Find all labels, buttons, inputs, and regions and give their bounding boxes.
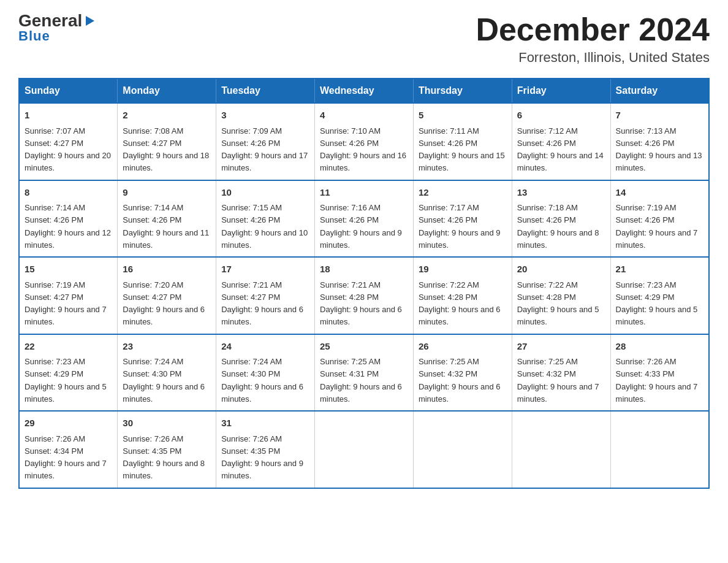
header-wednesday: Wednesday: [315, 79, 414, 103]
day-number: 31: [221, 416, 309, 431]
calendar-cell: 23Sunrise: 7:24 AMSunset: 4:30 PMDayligh…: [118, 334, 216, 412]
calendar-cell: 1Sunrise: 7:07 AMSunset: 4:27 PMDaylight…: [19, 103, 118, 180]
day-info: Sunrise: 7:24 AMSunset: 4:30 PMDaylight:…: [123, 357, 205, 404]
day-number: 8: [25, 186, 112, 200]
header-sunday: Sunday: [19, 79, 118, 103]
day-number: 3: [221, 109, 309, 123]
calendar-cell: [315, 411, 414, 488]
calendar-cell: 22Sunrise: 7:23 AMSunset: 4:29 PMDayligh…: [19, 334, 118, 412]
day-number: 20: [517, 262, 605, 277]
calendar-cell: 16Sunrise: 7:20 AMSunset: 4:27 PMDayligh…: [118, 257, 216, 334]
day-number: 29: [25, 416, 112, 431]
calendar-cell: 21Sunrise: 7:23 AMSunset: 4:29 PMDayligh…: [610, 257, 709, 334]
calendar-cell: 30Sunrise: 7:26 AMSunset: 4:35 PMDayligh…: [118, 411, 216, 488]
calendar-cell: 26Sunrise: 7:25 AMSunset: 4:32 PMDayligh…: [413, 334, 512, 412]
calendar-table: SundayMondayTuesdayWednesdayThursdayFrid…: [18, 78, 710, 489]
day-info: Sunrise: 7:21 AMSunset: 4:27 PMDaylight:…: [221, 280, 303, 327]
subtitle: Forreston, Illinois, United States: [476, 50, 710, 66]
day-info: Sunrise: 7:09 AMSunset: 4:26 PMDaylight:…: [221, 126, 308, 173]
calendar-cell: 25Sunrise: 7:25 AMSunset: 4:31 PMDayligh…: [315, 334, 414, 412]
calendar-week-row: 15Sunrise: 7:19 AMSunset: 4:27 PMDayligh…: [19, 257, 709, 334]
day-info: Sunrise: 7:26 AMSunset: 4:34 PMDaylight:…: [25, 434, 107, 481]
day-number: 14: [616, 186, 703, 200]
day-number: 12: [419, 186, 507, 200]
day-info: Sunrise: 7:11 AMSunset: 4:26 PMDaylight:…: [419, 126, 505, 173]
calendar-cell: 15Sunrise: 7:19 AMSunset: 4:27 PMDayligh…: [19, 257, 118, 334]
day-info: Sunrise: 7:21 AMSunset: 4:28 PMDaylight:…: [320, 280, 402, 327]
day-number: 23: [123, 340, 211, 354]
calendar-week-row: 29Sunrise: 7:26 AMSunset: 4:34 PMDayligh…: [19, 411, 709, 488]
day-info: Sunrise: 7:26 AMSunset: 4:35 PMDaylight:…: [221, 434, 303, 481]
calendar-cell: [413, 411, 512, 488]
day-number: 22: [25, 340, 112, 354]
day-number: 16: [123, 262, 211, 277]
day-info: Sunrise: 7:16 AMSunset: 4:26 PMDaylight:…: [320, 203, 402, 250]
day-info: Sunrise: 7:18 AMSunset: 4:26 PMDaylight:…: [517, 203, 599, 250]
day-info: Sunrise: 7:17 AMSunset: 4:26 PMDaylight:…: [419, 203, 501, 250]
day-number: 9: [123, 186, 211, 200]
main-title: December 2024: [476, 12, 710, 47]
day-number: 15: [25, 262, 112, 277]
calendar-cell: [610, 411, 709, 488]
calendar-cell: [512, 411, 610, 488]
day-number: 28: [616, 340, 703, 354]
day-info: Sunrise: 7:25 AMSunset: 4:32 PMDaylight:…: [517, 357, 599, 404]
day-info: Sunrise: 7:10 AMSunset: 4:26 PMDaylight:…: [320, 126, 406, 173]
calendar-cell: 17Sunrise: 7:21 AMSunset: 4:27 PMDayligh…: [216, 257, 315, 334]
calendar-week-row: 22Sunrise: 7:23 AMSunset: 4:29 PMDayligh…: [19, 334, 709, 412]
header-thursday: Thursday: [413, 79, 512, 103]
day-number: 17: [221, 262, 309, 277]
calendar-cell: 2Sunrise: 7:08 AMSunset: 4:27 PMDaylight…: [118, 103, 216, 180]
day-info: Sunrise: 7:22 AMSunset: 4:28 PMDaylight:…: [517, 280, 599, 327]
day-number: 26: [419, 340, 507, 354]
calendar-cell: 13Sunrise: 7:18 AMSunset: 4:26 PMDayligh…: [512, 180, 610, 258]
day-number: 13: [517, 186, 605, 200]
calendar-week-row: 8Sunrise: 7:14 AMSunset: 4:26 PMDaylight…: [19, 180, 709, 258]
day-number: 25: [320, 340, 408, 354]
header-monday: Monday: [118, 79, 216, 103]
title-block: December 2024 Forreston, Illinois, Unite…: [476, 12, 710, 66]
logo-blue: Blue: [18, 28, 50, 44]
calendar-cell: 3Sunrise: 7:09 AMSunset: 4:26 PMDaylight…: [216, 103, 315, 180]
calendar-cell: 5Sunrise: 7:11 AMSunset: 4:26 PMDaylight…: [413, 103, 512, 180]
calendar-cell: 11Sunrise: 7:16 AMSunset: 4:26 PMDayligh…: [315, 180, 414, 258]
calendar-week-row: 1Sunrise: 7:07 AMSunset: 4:27 PMDaylight…: [19, 103, 709, 180]
day-info: Sunrise: 7:23 AMSunset: 4:29 PMDaylight:…: [25, 357, 107, 404]
logo-arrow-icon: [83, 14, 97, 28]
logo: General Blue: [18, 12, 97, 44]
day-info: Sunrise: 7:12 AMSunset: 4:26 PMDaylight:…: [517, 126, 604, 173]
day-info: Sunrise: 7:13 AMSunset: 4:26 PMDaylight:…: [616, 126, 702, 173]
calendar-cell: 28Sunrise: 7:26 AMSunset: 4:33 PMDayligh…: [610, 334, 709, 412]
day-number: 30: [123, 416, 211, 431]
day-number: 2: [123, 109, 211, 123]
header-saturday: Saturday: [610, 79, 709, 103]
svg-marker-0: [86, 16, 94, 26]
calendar-cell: 6Sunrise: 7:12 AMSunset: 4:26 PMDaylight…: [512, 103, 610, 180]
day-number: 10: [221, 186, 309, 200]
calendar-cell: 19Sunrise: 7:22 AMSunset: 4:28 PMDayligh…: [413, 257, 512, 334]
day-info: Sunrise: 7:19 AMSunset: 4:26 PMDaylight:…: [616, 203, 698, 250]
day-number: 18: [320, 262, 408, 277]
day-info: Sunrise: 7:26 AMSunset: 4:35 PMDaylight:…: [123, 434, 205, 481]
calendar-cell: 9Sunrise: 7:14 AMSunset: 4:26 PMDaylight…: [118, 180, 216, 258]
day-info: Sunrise: 7:20 AMSunset: 4:27 PMDaylight:…: [123, 280, 205, 327]
day-info: Sunrise: 7:19 AMSunset: 4:27 PMDaylight:…: [25, 280, 107, 327]
day-number: 19: [419, 262, 507, 277]
calendar-cell: 24Sunrise: 7:24 AMSunset: 4:30 PMDayligh…: [216, 334, 315, 412]
day-info: Sunrise: 7:26 AMSunset: 4:33 PMDaylight:…: [616, 357, 698, 404]
day-number: 6: [517, 109, 605, 123]
calendar-cell: 27Sunrise: 7:25 AMSunset: 4:32 PMDayligh…: [512, 334, 610, 412]
day-number: 21: [616, 262, 703, 277]
day-info: Sunrise: 7:24 AMSunset: 4:30 PMDaylight:…: [221, 357, 303, 404]
day-number: 7: [616, 109, 703, 123]
day-info: Sunrise: 7:15 AMSunset: 4:26 PMDaylight:…: [221, 203, 308, 250]
calendar-header-row: SundayMondayTuesdayWednesdayThursdayFrid…: [19, 79, 709, 103]
calendar-cell: 8Sunrise: 7:14 AMSunset: 4:26 PMDaylight…: [19, 180, 118, 258]
day-info: Sunrise: 7:25 AMSunset: 4:32 PMDaylight:…: [419, 357, 501, 404]
calendar-cell: 7Sunrise: 7:13 AMSunset: 4:26 PMDaylight…: [610, 103, 709, 180]
calendar-cell: 20Sunrise: 7:22 AMSunset: 4:28 PMDayligh…: [512, 257, 610, 334]
page-header: General Blue December 2024 Forreston, Il…: [18, 12, 710, 66]
header-tuesday: Tuesday: [216, 79, 315, 103]
day-info: Sunrise: 7:08 AMSunset: 4:27 PMDaylight:…: [123, 126, 209, 173]
day-info: Sunrise: 7:22 AMSunset: 4:28 PMDaylight:…: [419, 280, 501, 327]
